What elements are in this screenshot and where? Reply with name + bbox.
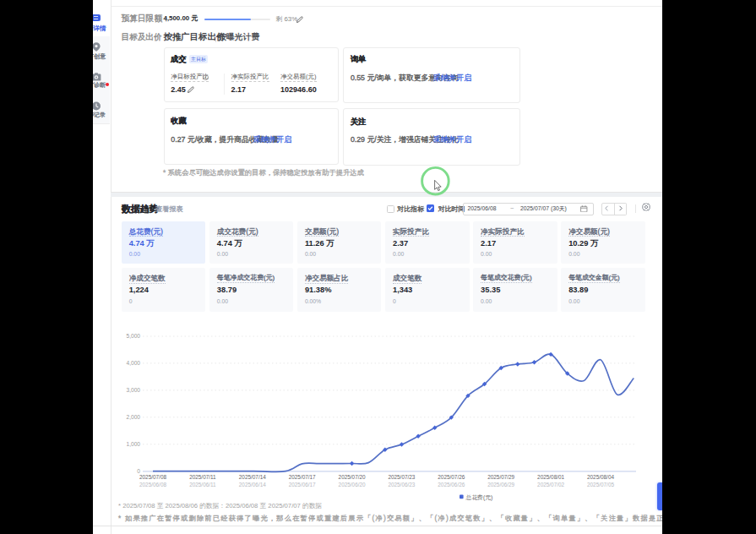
svg-text:2025/08/04: 2025/08/04 [587, 474, 614, 480]
svg-text:2025/06/08: 2025/06/08 [139, 482, 166, 488]
svg-text:2025/06/11: 2025/06/11 [189, 482, 216, 488]
svg-text:2025/06/26: 2025/06/26 [438, 482, 465, 488]
svg-text:2025/06/20: 2025/06/20 [339, 482, 366, 488]
svg-text:2,000: 2,000 [126, 414, 140, 420]
svg-text:2025/07/14: 2025/07/14 [239, 474, 266, 480]
svg-text:2025/07/17: 2025/07/17 [289, 474, 316, 480]
svg-text:2025/07/23: 2025/07/23 [388, 474, 415, 480]
svg-text:2025/07/05: 2025/07/05 [587, 482, 614, 488]
svg-text:2025/06/14: 2025/06/14 [239, 482, 266, 488]
svg-text:2025/07/08: 2025/07/08 [139, 474, 166, 480]
svg-text:2025/06/23: 2025/06/23 [388, 482, 415, 488]
svg-text:4,000: 4,000 [126, 360, 140, 366]
svg-text:2025/07/20: 2025/07/20 [339, 474, 366, 480]
svg-text:2025/07/11: 2025/07/11 [189, 474, 216, 480]
svg-text:0: 0 [137, 468, 140, 474]
svg-text:2025/07/26: 2025/07/26 [438, 474, 465, 480]
svg-text:3,000: 3,000 [126, 387, 140, 393]
svg-text:2025/06/17: 2025/06/17 [289, 482, 316, 488]
svg-text:2025/06/29: 2025/06/29 [487, 482, 514, 488]
svg-text:1,000: 1,000 [126, 441, 140, 447]
svg-text:5,000: 5,000 [126, 333, 140, 339]
svg-text:2025/08/01: 2025/08/01 [537, 474, 564, 480]
svg-text:2025/07/29: 2025/07/29 [487, 474, 514, 480]
svg-text:总花费(元): 总花费(元) [465, 494, 493, 501]
svg-text:2025/07/02: 2025/07/02 [537, 482, 564, 488]
